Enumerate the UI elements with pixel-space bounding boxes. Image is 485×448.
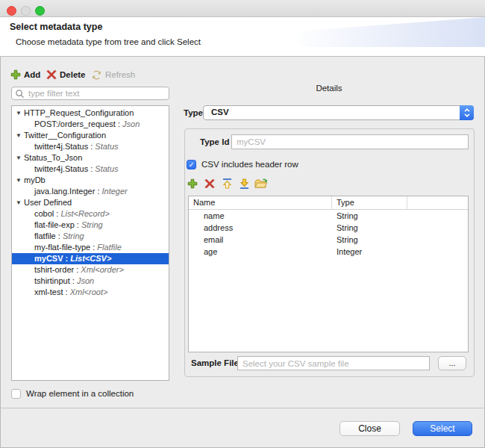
tree-item-separator: : [74,265,81,274]
tree-item-separator: : [90,243,97,252]
tree-item[interactable]: ▼User Defined [12,197,169,208]
move-down-button[interactable] [237,177,251,190]
metadata-tree[interactable]: ▼HTTP_Request_ConfigurationPOST:/orders_… [11,105,169,381]
footer-divider [0,408,485,408]
field-type-cell: Integer [332,246,407,258]
close-window-button[interactable] [7,6,16,16]
field-row[interactable]: addressString [189,222,468,234]
disclosure-triangle-icon[interactable]: ▼ [16,130,24,141]
tree-item[interactable]: java.lang.Integer : Integer [12,186,169,197]
tree-item[interactable]: twitter4j.Status : Status [12,141,169,152]
filter-field[interactable] [11,87,169,100]
delete-button-label: Delete [60,70,86,79]
field-type-cell: String [332,222,407,234]
tree-item-name: cobol [34,209,54,218]
delete-field-button[interactable] [203,177,216,190]
tree-item[interactable]: tshirt-order : Xml<order> [12,264,169,276]
tree-item-name: xml-test [34,287,63,296]
tree-item-name: java.lang.Integer [34,187,95,196]
add-plus-icon [10,69,21,80]
page-title: Select metadata type [10,22,102,32]
page-subtitle: Choose metadata type from tree and click… [16,37,201,46]
tree-item-type: Status [95,164,118,173]
tree-item-name: twitter4j.Status [34,142,88,151]
field-type-cell: String [332,234,407,246]
tree-item-name: twitter4j.Status [34,164,88,173]
add-field-button[interactable] [186,177,199,190]
delete-button[interactable]: Delete [46,68,86,81]
add-button[interactable]: Add [10,68,40,81]
filter-input[interactable] [27,88,166,99]
tree-item-name: POST:/orders_request [34,119,116,128]
type-dropdown[interactable]: CSV [203,105,474,120]
tree-item-type: String [81,220,103,229]
fields-table-body: nameStringaddressStringemailStringageInt… [189,210,468,258]
disclosure-triangle-icon[interactable]: ▼ [16,197,24,208]
sample-file-label: Sample File [191,358,239,367]
tree-item-name: tshirtinput [34,276,70,285]
field-type-cell: String [332,210,407,222]
tree-item-name: HTTP_Request_Configuration [24,108,134,117]
tree-item-name: flat-file-exp [34,220,75,229]
field-row[interactable]: ageInteger [189,246,468,258]
tree-item-name: Status_To_Json [24,153,82,162]
type-id-label: Type Id [200,137,229,146]
refresh-button: Refresh [91,68,135,81]
tree-item[interactable]: twitter4j.Status : Status [12,164,169,175]
tree-item-name: User Defined [24,198,72,207]
tree-item[interactable]: ▼Status_To_Json [12,152,169,164]
tree-item-type: Xml<root> [70,287,108,296]
close-button[interactable]: Close [340,421,400,436]
fields-table-header[interactable]: Name Type [189,196,468,210]
field-name-cell: address [189,222,332,234]
tree-item-name: flatfile [34,231,56,240]
combo-stepper-icon[interactable] [460,105,474,120]
refresh-icon [91,69,102,81]
tree-item[interactable]: ▼HTTP_Request_Configuration [12,108,169,119]
tree-item[interactable]: ▼myDb [12,175,169,186]
tree-item-type: Json [122,119,140,128]
tree-item[interactable]: tshirtinput : Json [12,276,169,287]
disclosure-triangle-icon[interactable]: ▼ [16,152,24,164]
disclosure-triangle-icon[interactable]: ▼ [16,108,24,119]
wrap-collection-label: Wrap element in a collection [26,389,134,398]
tree-item-separator: : [116,119,122,128]
title-bar[interactable] [0,0,485,17]
tree-item-type: Integer [102,187,128,196]
field-name-cell: email [189,234,332,246]
column-header-type[interactable]: Type [332,196,407,209]
tree-item-separator: : [63,287,70,296]
move-up-button[interactable] [220,177,234,190]
wrap-collection-checkbox[interactable] [11,389,21,399]
field-name-cell: name [189,210,332,222]
select-button[interactable]: Select [413,421,472,436]
tree-item[interactable]: my-flat-file-type : Flatfile [12,242,169,253]
fields-table[interactable]: Name Type nameStringaddressStringemailSt… [188,196,469,352]
tree-item[interactable]: ▼Twitter__Configuration [12,130,169,141]
tree-item[interactable]: myCSV : List<CSV> [12,253,169,264]
refresh-button-label: Refresh [105,70,135,79]
open-folder-button[interactable] [254,177,268,190]
column-header-name[interactable]: Name [189,196,332,209]
type-id-input[interactable] [231,134,469,149]
tree-item[interactable]: flat-file-exp : String [12,220,169,231]
sample-file-input[interactable] [237,356,430,370]
zoom-window-button[interactable] [35,6,45,16]
disclosure-triangle-icon[interactable]: ▼ [16,175,24,186]
field-row[interactable]: emailString [189,234,468,246]
tree-item[interactable]: POST:/orders_request : Json [12,119,169,130]
tree-item[interactable]: cobol : List<Record> [12,208,169,220]
tree-item-separator: : [63,254,71,263]
tree-item-type: List<CSV> [70,254,111,263]
checkmark-icon: ✓ [189,161,195,169]
field-row[interactable]: nameString [189,210,468,222]
tree-item-type: Status [95,142,118,151]
tree-item[interactable]: flatfile : String [12,231,169,242]
banner-gradient [246,17,485,47]
tree-item-type: Xml<order> [81,265,123,274]
csv-header-checkbox[interactable]: ✓ [187,160,196,169]
type-label: Type [184,108,203,117]
browse-file-button[interactable]: ... [438,356,466,370]
tree-item[interactable]: xml-test : Xml<root> [12,287,169,298]
tree-item-separator: : [88,164,95,173]
